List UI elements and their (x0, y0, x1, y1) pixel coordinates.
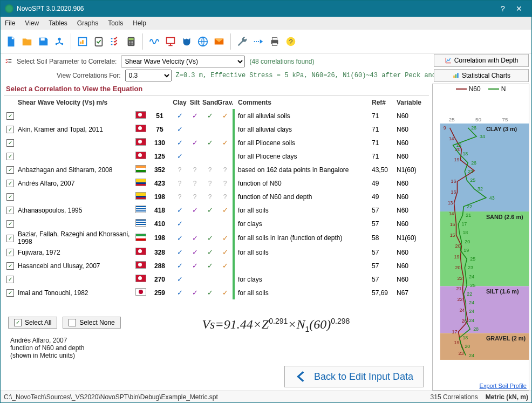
svg-text:19: 19 (454, 157, 460, 162)
network-icon[interactable] (53, 36, 65, 47)
svg-text:9: 9 (444, 125, 446, 131)
menu-graphs[interactable]: Graphs (77, 19, 98, 27)
titlebar-help-button[interactable]: ? (495, 4, 511, 13)
soil-cell: ? (187, 193, 202, 201)
svg-text:24: 24 (469, 274, 474, 279)
row-checkbox[interactable]: ✓ (6, 220, 14, 228)
table-row[interactable]: ✓Fujiwara, 1972328✓✓✓✓for all soils57N60 (4, 245, 429, 259)
status-corr-count: 315 Correlations (431, 393, 478, 401)
soil-cell: ? (172, 166, 187, 174)
menu-file[interactable]: File (5, 19, 15, 27)
table-row[interactable]: ✓Baziar, Fallah, Razeghi and Khorasani, … (4, 230, 429, 245)
clipboard-icon[interactable] (93, 36, 105, 47)
table-row[interactable]: ✓198????function of N60 and depth49N60 (4, 190, 429, 203)
save-icon[interactable] (37, 36, 49, 47)
row-checkbox[interactable]: ✓ (6, 153, 14, 160)
mail-icon[interactable] (213, 36, 225, 47)
soil-cell: ✓ (172, 139, 187, 147)
row-checkbox[interactable]: ✓ (6, 166, 14, 174)
export-icon[interactable] (253, 36, 264, 47)
correlation-depth-button[interactable]: Correlation with Depth (434, 54, 529, 67)
table-row[interactable]: ✓410✓for clays57N60 (4, 217, 429, 230)
select-all-button[interactable]: ✓Select All (8, 317, 57, 329)
row-comment: for clays (235, 220, 372, 228)
row-checkbox[interactable]: ✓ (6, 262, 14, 270)
row-var: N60 (397, 193, 429, 201)
row-var: N67 (397, 289, 429, 297)
table-row[interactable]: ✓Athanasopoulos, 1995418✓✓✓✓for all soil… (4, 203, 429, 217)
select-none-button[interactable]: Select None (63, 317, 120, 329)
soil-cell: ✓ (187, 139, 202, 147)
menu-help[interactable]: Help (133, 19, 146, 27)
row-comment: for all alluvial soils (235, 112, 372, 120)
soil-cell: ✓ (202, 206, 217, 214)
titlebar-close-button[interactable]: ✕ (511, 4, 527, 13)
table-row[interactable]: ✓130✓✓✓✓for all Pliocene soils71N60 (4, 136, 429, 149)
soil-cell: ✓ (217, 139, 233, 147)
row-checkbox[interactable]: ✓ (6, 289, 14, 297)
export-profile-link[interactable]: Export Soil Profile (433, 381, 529, 390)
table-row[interactable]: ✓125✓for all Pliocene clays71N60 (4, 149, 429, 163)
row-checkbox[interactable]: ✓ (6, 180, 14, 187)
open-folder-icon[interactable] (21, 36, 33, 47)
correlation-grid: Shear Wave Velocity (Vs) m/s Clay Silt S… (4, 95, 429, 313)
row-checkbox[interactable]: ✓ (6, 249, 14, 256)
row-author: Fujiwara, 1972 (17, 249, 134, 256)
table-row[interactable]: ✓Imai and Tonouchi, 1982259✓✓✓✓for all s… (4, 286, 429, 299)
row-value: 130 (147, 139, 172, 147)
chart-pane-icon[interactable] (77, 36, 88, 47)
wave-icon[interactable] (148, 36, 160, 47)
flag-icon (135, 192, 146, 200)
row-checkbox[interactable]: ✓ (6, 193, 14, 201)
new-file-icon[interactable] (5, 36, 17, 47)
soil-cell: ✓ (172, 152, 187, 160)
flag-icon (135, 219, 146, 227)
table-row[interactable]: ✓270✓for clays57N60 (4, 272, 429, 286)
svg-text:24: 24 (469, 318, 474, 323)
row-ref: 57 (372, 220, 397, 228)
svg-rect-7 (82, 40, 84, 44)
soil-cell: ✓ (172, 289, 187, 297)
table-row[interactable]: ✓Hasancebi and Ulusay, 2007288✓✓✓✓57N60 (4, 259, 429, 272)
depth-select[interactable]: 0.3 (125, 70, 172, 81)
soil-cell: ✓ (217, 234, 233, 242)
back-button[interactable]: Back to Edit Input Data (284, 366, 424, 387)
menu-view[interactable]: View (25, 19, 39, 27)
soil-cell: ✓ (187, 112, 202, 120)
table-row[interactable]: ✓51✓✓✓✓for all alluvial soils71N60 (4, 109, 429, 122)
svg-text:24: 24 (469, 353, 474, 358)
table-row[interactable]: ✓Anbazhagan and Sitharam, 2008352????bas… (4, 163, 429, 176)
menu-tables[interactable]: Tables (49, 19, 67, 27)
statistical-charts-button[interactable]: Statistical Charts (434, 69, 529, 82)
flag-icon (135, 138, 146, 146)
row-checkbox[interactable]: ✓ (6, 207, 14, 214)
svg-text:20: 20 (455, 265, 461, 270)
table-row[interactable]: ✓Andrés Alfaro, 2007423????function of N… (4, 176, 429, 190)
svg-point-16 (132, 43, 133, 44)
row-ref: 57 (372, 262, 397, 270)
print-icon[interactable] (269, 36, 281, 47)
svg-text:16: 16 (451, 179, 456, 184)
checklist-icon[interactable] (109, 36, 121, 47)
row-checkbox[interactable]: ✓ (6, 276, 14, 283)
table-row[interactable]: ✓Akin, Kramer and Topal, 201175✓for all … (4, 122, 429, 136)
row-checkbox[interactable]: ✓ (6, 139, 14, 147)
menu-tools[interactable]: Tools (108, 19, 123, 27)
help-icon[interactable]: ? (285, 36, 297, 47)
cat-icon[interactable] (181, 36, 193, 47)
svg-text:CLAY (3 m): CLAY (3 m) (486, 126, 517, 132)
globe-icon[interactable] (197, 36, 209, 47)
flag-icon (135, 206, 146, 213)
wrench-icon[interactable] (236, 36, 248, 47)
view-for-label: View Correlations For: (57, 72, 121, 79)
row-var: N60 (397, 153, 429, 160)
row-checkbox[interactable]: ✓ (6, 235, 14, 242)
row-checkbox[interactable]: ✓ (6, 126, 14, 133)
calculator-icon[interactable] (125, 36, 137, 47)
row-ref: 58 (372, 234, 397, 242)
presentation-icon[interactable] (165, 36, 176, 47)
soil-cell: ? (187, 166, 202, 174)
row-checkbox[interactable]: ✓ (6, 112, 14, 120)
param-select[interactable]: Shear Wave Velocity (Vs) (121, 56, 245, 67)
row-comment: for all soils (235, 249, 372, 256)
